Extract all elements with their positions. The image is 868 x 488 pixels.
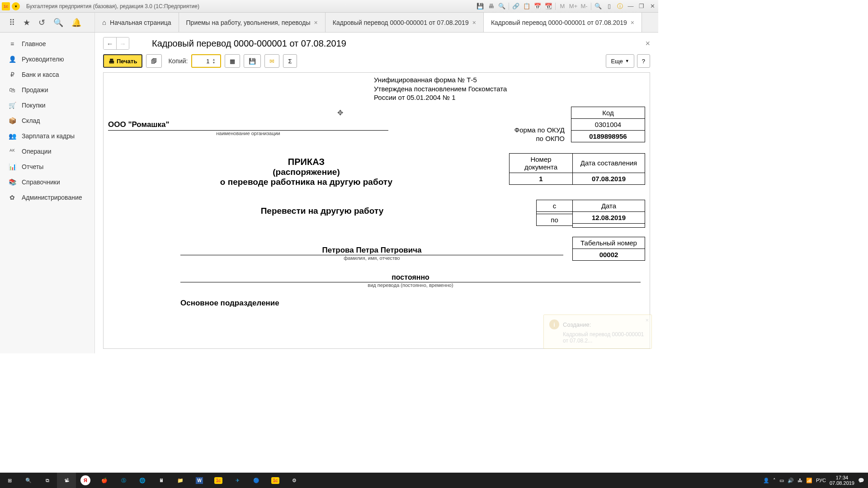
sidebar-item-sales[interactable]: 🛍Продажи [0,82,94,98]
box-icon: 📦 [8,117,16,124]
sidebar-item-manager[interactable]: 👤Руководителю [0,52,94,67]
close-icon[interactable]: × [472,19,476,26]
sidebar-item-label: Операции [22,148,52,155]
tabnum-header: Табельный номер [573,237,645,249]
sidebar-item-hr[interactable]: 👥Зарплата и кадры [0,128,94,144]
notification-body: Кадровый перевод 0000-000001 от 07.08.2.… [563,331,646,344]
doc-num-header: Номер документа [509,153,573,173]
tab-left-tools: ⠿ ★ ↺ 🔍 🔔 [0,13,95,32]
app-logo: 1c [2,2,10,10]
home-icon: ⌂ [102,19,106,26]
save-button[interactable]: 💾 [244,54,261,68]
okpo-value: 0189898956 [571,130,645,142]
sidebar-item-main[interactable]: ≡Главное [0,36,94,52]
preview-icon[interactable]: 🔍 [498,2,506,10]
chevron-down-icon: ▼ [625,59,629,63]
copies-input[interactable] [192,58,211,65]
preview-button[interactable]: 🗐 [146,54,162,68]
disk-icon: 💾 [249,58,256,65]
subdivision: Основное подразделение [180,299,645,308]
star-icon[interactable]: ★ [23,18,30,28]
sidebar-item-label: Администрирование [22,194,82,201]
from-label-2 [537,202,573,214]
gear-icon: ✿ [8,194,16,201]
m-plus-icon[interactable]: M+ [569,2,577,10]
people-icon: 👥 [8,132,16,140]
more-button[interactable]: Еще ▼ [606,54,634,68]
info-icon: i [549,319,559,329]
sum-button[interactable]: Σ [283,54,297,68]
print-icon[interactable]: 🖶 [487,2,495,10]
link-icon[interactable]: 🔗 [512,2,520,10]
sidebar-item-operations[interactable]: ᴬᴷОперации [0,144,94,159]
close-page-button[interactable]: × [645,39,650,48]
back-button[interactable]: ← [104,38,116,49]
notification-title: Создание: [563,321,591,328]
tab-hr-actions[interactable]: Приемы на работу, увольнения, переводы × [179,13,326,32]
organization-label: наименование организации [108,131,388,136]
sidebar-item-label: Склад [22,117,40,124]
sidebar-item-purchases[interactable]: 🛒Покупки [0,98,94,113]
from-date-value: 12.08.2019 [573,211,645,223]
document: Унифицированная форма № Т-5 Утверждена п… [104,73,650,317]
doc-date-header: Дата составления [573,153,645,173]
divider [509,3,509,10]
print-button-label: Печать [117,58,137,65]
sidebar-item-admin[interactable]: ✿Администрирование [0,190,94,205]
form-meta-line: России от 05.01.2004 № 1 [374,93,645,102]
zoom-icon[interactable]: 🔍 [594,2,602,10]
sigma-icon: Σ [288,58,292,65]
info-icon[interactable]: ⓘ [616,2,624,10]
nav-arrows: ← → [103,37,129,50]
document-viewport[interactable]: ✥ Унифицированная форма № Т-5 Утверждена… [103,72,650,349]
close-icon[interactable]: × [645,317,649,324]
transfer-type-label: вид перевода (постоянно, временно) [180,282,641,288]
form-meta-line: Утверждена постановлением Госкомстата [374,84,645,94]
calendar-icon[interactable]: 📅 [533,2,542,10]
doc-date-value: 07.08.2019 [573,173,645,184]
tab-row: ⠿ ★ ↺ 🔍 🔔 ⌂ Начальная страница Приемы на… [0,13,658,33]
date-table: Дата 12.08.2019 [572,200,645,228]
tab-label: Кадровый перевод 0000-000001 от 07.08.20… [491,19,627,26]
email-button[interactable]: ✉ [264,54,279,68]
okud-value: 0301004 [571,118,645,130]
sidebar-item-bank[interactable]: ₽Банк и касса [0,67,94,82]
employee-label: фамилия, имя, отчество [180,255,563,261]
sidebar-item-reports[interactable]: 📊Отчеты [0,159,94,174]
sidebar-item-label: Покупки [22,102,46,109]
copies-label: Копий: [168,57,188,65]
toolbar: 🖶 Печать 🗐 Копий: ▲▼ ▦ 💾 ✉ Σ Еще ▼ ? [95,52,658,72]
help-label: ? [642,58,645,65]
copies-spinner[interactable]: ▲▼ [211,58,216,64]
tab-transfer-2[interactable]: Кадровый перевод 0000-000001 от 07.08.20… [484,13,642,32]
table-button[interactable]: ▦ [225,54,240,68]
copy-icon[interactable]: 📋 [523,2,531,10]
help-button[interactable]: ? [637,54,650,68]
print-button[interactable]: 🖶 Печать [103,54,142,68]
forward-button[interactable]: → [116,38,129,49]
sidebar-item-warehouse[interactable]: 📦Склад [0,113,94,128]
close-icon[interactable]: ✕ [648,2,656,10]
search-icon[interactable]: 🔍 [53,18,63,28]
tab-home[interactable]: ⌂ Начальная страница [95,13,179,32]
bell-icon[interactable]: 🔔 [71,18,81,28]
sidebar-item-references[interactable]: 📚Справочники [0,174,94,190]
close-icon[interactable]: × [314,19,318,26]
m-minus-icon[interactable]: M- [580,2,588,10]
save-icon[interactable]: 💾 [476,2,484,10]
sidebar-item-label: Отчеты [22,163,43,170]
app-menu-dropdown[interactable]: ▾ [12,2,20,10]
sidebar-item-label: Банк и касса [22,71,59,78]
schedule-icon[interactable]: 📆 [544,2,552,10]
panel-icon[interactable]: ▯ [605,2,613,10]
minimize-icon[interactable]: — [627,2,635,10]
history-icon[interactable]: ↺ [38,18,45,28]
apps-icon[interactable]: ⠿ [9,18,15,28]
m-icon[interactable]: M [558,2,566,10]
maximize-icon[interactable]: ❐ [637,2,646,10]
notification-toast[interactable]: × i Создание: Кадровый перевод 0000-0000… [543,314,652,349]
close-icon[interactable]: × [631,19,634,26]
tab-transfer-1[interactable]: Кадровый перевод 0000-000001 от 07.08.20… [326,13,484,32]
doc-num-table: Номер документа Дата составления 1 07.08… [509,153,645,185]
code-header: Код [571,107,645,118]
